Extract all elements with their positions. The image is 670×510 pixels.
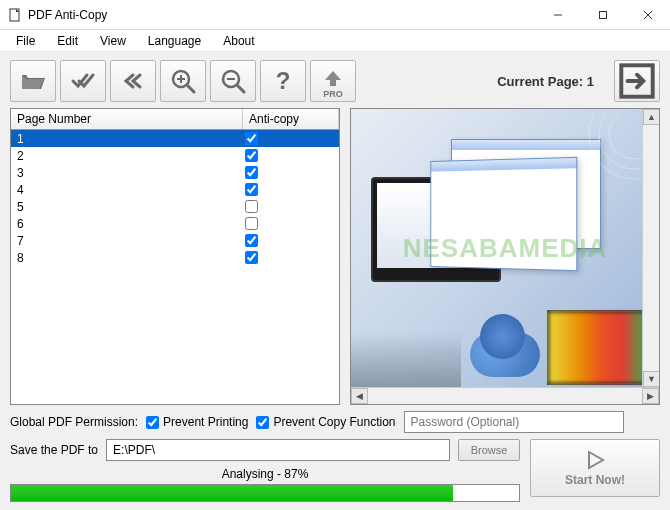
progress-bar bbox=[10, 484, 520, 502]
cell-page-number: 1 bbox=[11, 132, 243, 146]
permissions-label: Global PDF Permission: bbox=[10, 415, 138, 429]
play-icon bbox=[584, 449, 606, 471]
current-page-label: Current Page: 1 bbox=[497, 74, 594, 89]
prevent-printing-input[interactable] bbox=[146, 416, 159, 429]
check-all-button[interactable] bbox=[60, 60, 106, 102]
prevent-copy-checkbox[interactable]: Prevent Copy Function bbox=[256, 415, 395, 429]
menubar: File Edit View Language About bbox=[0, 30, 670, 52]
bottom-controls: Global PDF Permission: Prevent Printing … bbox=[10, 405, 660, 502]
vertical-scrollbar[interactable]: ▲ ▼ bbox=[642, 109, 659, 387]
cell-page-number: 3 bbox=[11, 166, 243, 180]
column-anti-copy[interactable]: Anti-copy bbox=[243, 109, 339, 129]
anti-copy-checkbox[interactable] bbox=[245, 234, 258, 247]
anti-copy-checkbox[interactable] bbox=[245, 132, 258, 145]
titlebar: PDF Anti-Copy bbox=[0, 0, 670, 30]
menu-view[interactable]: View bbox=[90, 32, 136, 50]
table-row[interactable]: 7 bbox=[11, 232, 339, 249]
menu-edit[interactable]: Edit bbox=[47, 32, 88, 50]
table-row[interactable]: 4 bbox=[11, 181, 339, 198]
cell-anti-copy bbox=[243, 217, 339, 230]
double-undo-icon bbox=[119, 67, 147, 95]
table-row[interactable]: 5 bbox=[11, 198, 339, 215]
table-body[interactable]: 12345678 bbox=[11, 130, 339, 404]
table-row[interactable]: 8 bbox=[11, 249, 339, 266]
anti-copy-checkbox[interactable] bbox=[245, 183, 258, 196]
scroll-right-arrow[interactable]: ▶ bbox=[642, 388, 659, 404]
zoom-out-button[interactable] bbox=[210, 60, 256, 102]
window-title: PDF Anti-Copy bbox=[28, 8, 535, 22]
help-button[interactable]: ? bbox=[260, 60, 306, 102]
close-button[interactable] bbox=[625, 0, 670, 30]
menu-about[interactable]: About bbox=[213, 32, 264, 50]
scroll-up-arrow[interactable]: ▲ bbox=[643, 109, 660, 125]
progress-section: Analysing - 87% bbox=[10, 467, 520, 502]
password-input[interactable] bbox=[404, 411, 624, 433]
cell-anti-copy bbox=[243, 234, 339, 247]
menu-language[interactable]: Language bbox=[138, 32, 211, 50]
cell-anti-copy bbox=[243, 132, 339, 145]
progress-label: Analysing - 87% bbox=[10, 467, 520, 481]
prevent-printing-checkbox[interactable]: Prevent Printing bbox=[146, 415, 248, 429]
minimize-button[interactable] bbox=[535, 0, 580, 30]
scroll-down-arrow[interactable]: ▼ bbox=[643, 371, 660, 387]
cell-page-number: 2 bbox=[11, 149, 243, 163]
svg-text:?: ? bbox=[276, 67, 291, 94]
cell-page-number: 4 bbox=[11, 183, 243, 197]
open-button[interactable] bbox=[10, 60, 56, 102]
save-path-input[interactable] bbox=[106, 439, 450, 461]
horizontal-scrollbar[interactable]: ◀ ▶ bbox=[351, 387, 659, 404]
svg-rect-2 bbox=[599, 12, 606, 19]
cell-page-number: 5 bbox=[11, 200, 243, 214]
svg-line-6 bbox=[187, 85, 194, 92]
progress-fill bbox=[11, 485, 453, 501]
cell-anti-copy bbox=[243, 149, 339, 162]
zoom-in-button[interactable] bbox=[160, 60, 206, 102]
cell-anti-copy bbox=[243, 200, 339, 213]
export-button[interactable] bbox=[614, 60, 660, 102]
anti-copy-checkbox[interactable] bbox=[245, 251, 258, 264]
toolbar: ? PRO Current Page: 1 bbox=[10, 60, 660, 102]
undo-button[interactable] bbox=[110, 60, 156, 102]
cell-anti-copy bbox=[243, 251, 339, 264]
scroll-left-arrow[interactable]: ◀ bbox=[351, 388, 368, 404]
anti-copy-checkbox[interactable] bbox=[245, 166, 258, 179]
preview-panel: NESABAMEDIA ▲ ▼ ◀ ▶ bbox=[350, 108, 660, 405]
maximize-button[interactable] bbox=[580, 0, 625, 30]
window-controls bbox=[535, 0, 670, 29]
table-row[interactable]: 6 bbox=[11, 215, 339, 232]
cell-anti-copy bbox=[243, 166, 339, 179]
table-row[interactable]: 2 bbox=[11, 147, 339, 164]
export-icon bbox=[615, 59, 659, 103]
anti-copy-checkbox[interactable] bbox=[245, 217, 258, 230]
pro-button[interactable]: PRO bbox=[310, 60, 356, 102]
cell-page-number: 6 bbox=[11, 217, 243, 231]
page-table: Page Number Anti-copy 12345678 bbox=[10, 108, 340, 405]
folder-open-icon bbox=[19, 67, 47, 95]
double-check-icon bbox=[69, 67, 97, 95]
table-row[interactable]: 3 bbox=[11, 164, 339, 181]
column-page-number[interactable]: Page Number bbox=[11, 109, 243, 129]
start-label: Start Now! bbox=[565, 473, 625, 487]
table-row[interactable]: 1 bbox=[11, 130, 339, 147]
permissions-row: Global PDF Permission: Prevent Printing … bbox=[10, 411, 660, 433]
save-row: Save the PDF to Browse bbox=[10, 439, 520, 461]
app-icon bbox=[8, 8, 22, 22]
question-icon: ? bbox=[269, 67, 297, 95]
table-header: Page Number Anti-copy bbox=[11, 109, 339, 130]
svg-line-10 bbox=[237, 85, 244, 92]
cell-anti-copy bbox=[243, 183, 339, 196]
zoom-out-icon bbox=[219, 67, 247, 95]
preview-content[interactable]: NESABAMEDIA bbox=[351, 109, 659, 387]
anti-copy-checkbox[interactable] bbox=[245, 149, 258, 162]
prevent-printing-label: Prevent Printing bbox=[163, 415, 248, 429]
pro-label: PRO bbox=[323, 89, 343, 99]
main-area: Page Number Anti-copy 12345678 NESABAMED… bbox=[10, 108, 660, 405]
prevent-copy-input[interactable] bbox=[256, 416, 269, 429]
start-button[interactable]: Start Now! bbox=[530, 439, 660, 497]
cell-page-number: 7 bbox=[11, 234, 243, 248]
anti-copy-checkbox[interactable] bbox=[245, 200, 258, 213]
browse-button[interactable]: Browse bbox=[458, 439, 520, 461]
save-label: Save the PDF to bbox=[10, 443, 98, 457]
content-area: ? PRO Current Page: 1 Page Number Anti-c… bbox=[0, 52, 670, 510]
menu-file[interactable]: File bbox=[6, 32, 45, 50]
